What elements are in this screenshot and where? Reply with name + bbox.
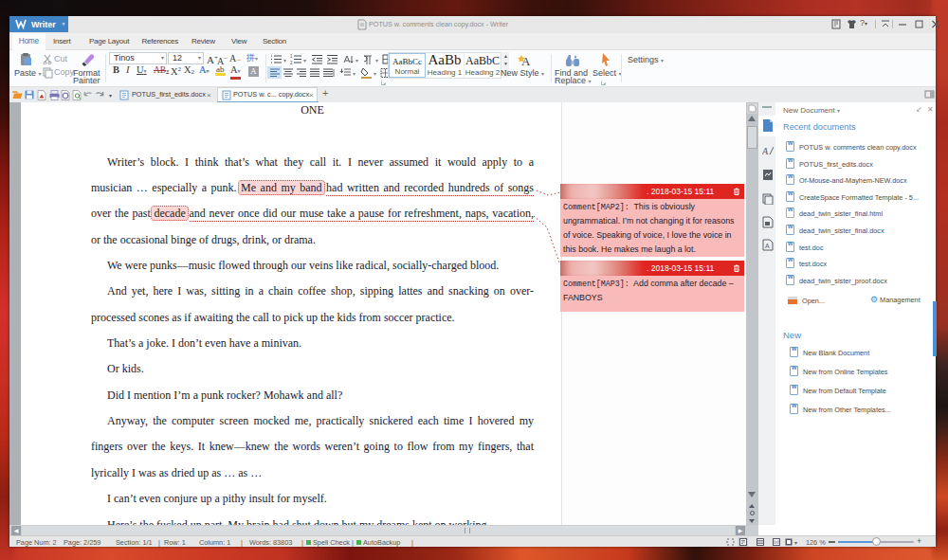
svg-text:1: 1 bbox=[290, 54, 293, 59]
svg-text:2: 2 bbox=[290, 61, 293, 64]
svg-text:A: A bbox=[765, 243, 770, 249]
svg-text:A: A bbox=[762, 146, 769, 156]
svg-text:Writer: Writer bbox=[31, 20, 56, 29]
